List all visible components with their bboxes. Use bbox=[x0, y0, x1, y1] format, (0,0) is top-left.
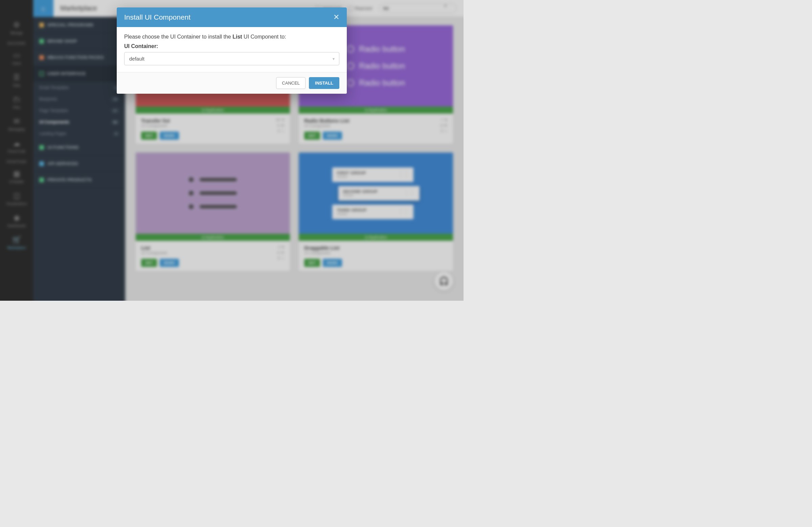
modal-header: Install UI Component ✕ bbox=[117, 8, 347, 27]
install-button[interactable]: INSTALL bbox=[309, 77, 339, 89]
prompt-text: UI Component to: bbox=[242, 34, 286, 40]
modal-footer: CANCEL INSTALL bbox=[117, 72, 347, 94]
modal-title: Install UI Component bbox=[124, 13, 190, 21]
container-select[interactable]: default bbox=[124, 52, 339, 65]
modal-prompt: Please choose the UI Container to instal… bbox=[124, 34, 339, 40]
modal-body: Please choose the UI Container to instal… bbox=[117, 27, 347, 72]
prompt-text: Please choose the UI Container to instal… bbox=[124, 34, 232, 40]
install-modal: Install UI Component ✕ Please choose the… bbox=[117, 8, 347, 94]
cancel-button[interactable]: CANCEL bbox=[276, 77, 305, 89]
prompt-component-name: List bbox=[232, 34, 242, 40]
container-label: UI Container: bbox=[124, 43, 339, 49]
close-icon[interactable]: ✕ bbox=[333, 13, 339, 21]
